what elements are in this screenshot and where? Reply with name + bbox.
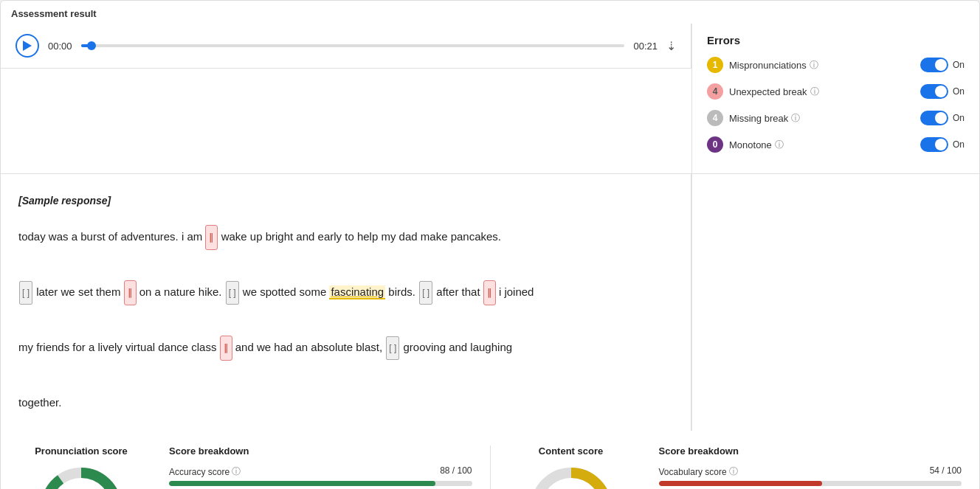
bracket-4: [ ] [386, 336, 399, 360]
mispronunciations-badge: 1 [707, 57, 723, 73]
word: wake up bright and early to help my dad … [221, 230, 501, 243]
errors-title: Errors [707, 34, 965, 46]
break-marker-1: ∥ [205, 225, 218, 251]
accuracy-row: Accuracy score ⓘ 88 / 100 [169, 465, 472, 486]
unexpected-break-toggle-wrap: On [920, 84, 965, 99]
info-icon-4[interactable]: ⓘ [775, 139, 784, 151]
svg-marker-0 [23, 41, 32, 51]
bracket-2: [ ] [226, 281, 239, 305]
content-breakdown-title: Score breakdown [659, 445, 962, 457]
monotone-badge: 0 [707, 136, 723, 153]
word: on a nature hike. [139, 285, 225, 298]
errors-col-mid [691, 174, 979, 431]
pronunciation-donut: 90 [37, 464, 125, 489]
text-body: today was a burst of adventures. i am ∥ … [18, 223, 673, 417]
unexpected-break-label: Unexpected break ⓘ [729, 86, 914, 98]
monotone-toggle-label: On [953, 139, 965, 150]
info-icon[interactable]: ⓘ [810, 59, 818, 72]
word: we spotted some [243, 285, 330, 298]
vocabulary-bar-fill [659, 481, 823, 486]
progress-thumb [87, 41, 96, 50]
word: i joined [499, 285, 534, 298]
unexpected-break-badge: 4 [707, 83, 723, 100]
word: today was a burst of adventures. i am [18, 230, 205, 243]
bottom-section: Pronunciation score 90 0 ~ 59 60 ~ 79 [1, 431, 979, 489]
monotone-toggle-wrap: On [920, 137, 965, 152]
word: my friends for a lively virtual dance cl… [18, 341, 220, 353]
errors-panel: Errors 1 Mispronunciations ⓘ On 4 Unexpe [691, 24, 979, 174]
pronunciation-title: Pronunciation score [35, 445, 128, 457]
progress-bar[interactable] [81, 44, 625, 47]
pronunciation-breakdown-title: Score breakdown [169, 445, 472, 457]
break-marker-3: ∥ [483, 280, 496, 306]
mispronunciations-toggle-label: On [953, 60, 965, 70]
break-marker-4: ∥ [220, 336, 232, 361]
bracket-3: [ ] [419, 281, 432, 305]
text-panel: [Sample response] today was a burst of a… [1, 174, 691, 431]
svg-point-2 [46, 473, 117, 489]
download-button[interactable]: ⇣ [666, 39, 676, 53]
word: together. [18, 396, 61, 409]
time-end: 00:21 [633, 41, 658, 52]
error-row-missing-break: 4 Missing break ⓘ On [707, 110, 965, 126]
sample-response-header: [Sample response] [18, 189, 673, 214]
monotone-toggle[interactable] [920, 137, 948, 152]
bracket-1: [ ] [19, 281, 32, 305]
unexpected-break-toggle-label: On [953, 86, 965, 97]
accuracy-bar-bg [169, 481, 472, 486]
missing-break-toggle-wrap: On [920, 111, 965, 125]
mispronunciations-toggle-wrap: On [920, 58, 965, 72]
content-score-block: Content score 60 0 ~ 59 60 ~ 79 [508, 445, 634, 489]
play-icon [23, 41, 32, 51]
error-row-mispronunciations: 1 Mispronunciations ⓘ On [707, 57, 965, 73]
error-row-unexpected-break: 4 Unexpected break ⓘ On [707, 83, 965, 100]
word: and we had an absolute blast, [235, 341, 385, 353]
vocabulary-bar-bg [659, 481, 962, 486]
word-fascinating: fascinating [329, 285, 385, 299]
accuracy-info-icon[interactable]: ⓘ [232, 465, 241, 478]
play-button[interactable] [15, 34, 39, 58]
missing-break-badge: 4 [707, 110, 723, 126]
mispronunciations-label: Mispronunciations ⓘ [729, 59, 914, 72]
word: later we set them [36, 285, 123, 298]
unexpected-break-toggle[interactable] [920, 84, 948, 99]
word: after that [436, 285, 483, 298]
info-icon-2[interactable]: ⓘ [810, 86, 819, 98]
vocabulary-info-icon[interactable]: ⓘ [729, 465, 738, 478]
word: birds. [388, 285, 418, 298]
audio-player: 00:00 00:21 ⇣ [1, 24, 691, 69]
vocabulary-label: Vocabulary score ⓘ [659, 465, 738, 478]
scores-separator [490, 445, 491, 489]
content-donut: 60 [527, 464, 615, 489]
pronunciation-score-block: Pronunciation score 90 0 ~ 59 60 ~ 79 [18, 445, 144, 489]
missing-break-label: Missing break ⓘ [729, 112, 914, 125]
missing-break-toggle[interactable] [920, 111, 948, 125]
accuracy-label: Accuracy score ⓘ [169, 465, 241, 478]
time-start: 00:00 [48, 41, 72, 52]
info-icon-3[interactable]: ⓘ [791, 112, 800, 125]
pronunciation-breakdown: Score breakdown Accuracy score ⓘ 88 / 10… [162, 445, 472, 489]
accuracy-bar-fill [169, 481, 435, 486]
content-breakdown: Score breakdown Vocabulary score ⓘ 54 / … [652, 445, 962, 489]
mispronunciations-toggle[interactable] [920, 58, 948, 72]
word: grooving and laughing [403, 341, 512, 353]
pronunciation-donut-svg [37, 464, 125, 489]
vocabulary-row: Vocabulary score ⓘ 54 / 100 [659, 465, 962, 486]
content-donut-svg [527, 464, 615, 489]
content-title: Content score [539, 445, 603, 457]
missing-break-toggle-label: On [953, 113, 965, 123]
accuracy-value: 88 / 100 [440, 465, 472, 478]
error-row-monotone: 0 Monotone ⓘ On [707, 136, 965, 153]
monotone-label: Monotone ⓘ [729, 139, 914, 151]
vocabulary-value: 54 / 100 [930, 465, 962, 478]
break-marker-2: ∥ [124, 280, 137, 306]
page-title: Assessment result [1, 1, 979, 24]
